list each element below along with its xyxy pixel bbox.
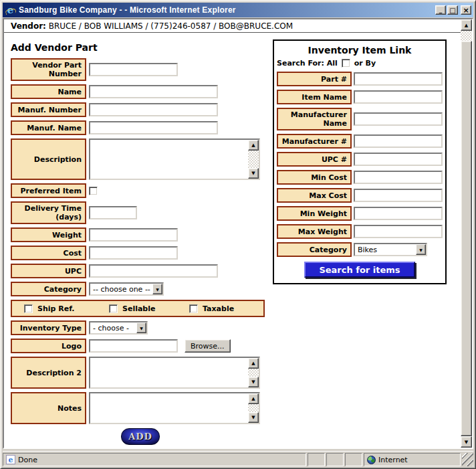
scroll-down-icon[interactable]: ▼ (248, 168, 259, 179)
search-all-checkbox[interactable] (342, 59, 350, 68)
maximize-icon: □ (449, 7, 455, 13)
form-row-manuf-name: Manuf. Name (11, 120, 273, 135)
scrollbar-thumb[interactable] (461, 41, 472, 436)
or-by-label: or By (354, 59, 376, 68)
form-row-max-weight: Max Weight (277, 224, 443, 239)
maximize-button[interactable]: □ (447, 5, 458, 15)
ie-logo-icon: e (5, 5, 16, 15)
vendor-header: Vendor: BRUCE / BOB WILLIAMS / (775)246-… (4, 19, 461, 33)
textarea-scrollbar[interactable]: ▲ ▼ (248, 393, 259, 423)
manuf-name-input[interactable] (89, 121, 218, 134)
window-title: Sandburg Bike Company - - Microsoft Inte… (19, 5, 435, 15)
form-row-part-number: Part # (277, 72, 443, 86)
search-category-select-value: Bikes (355, 244, 416, 255)
add-button[interactable]: ADD (121, 428, 160, 445)
inventory-type-label: Inventory Type (11, 320, 86, 335)
vendor-value: BRUCE / BOB WILLIAMS / (775)246-0587 / B… (49, 21, 293, 31)
form-row-description-2: Description 2 ▲ ▼ (11, 357, 273, 389)
minimize-icon: _ (439, 7, 443, 13)
chevron-down-icon[interactable]: ▼ (136, 322, 146, 333)
name-input[interactable] (89, 85, 218, 98)
scroll-up-icon[interactable]: ▲ (248, 358, 259, 369)
form-row-manufacturer-number: Manufacturer # (277, 134, 443, 149)
upc-input[interactable] (89, 264, 218, 278)
form-row-upc-number: UPC # (277, 152, 443, 167)
scroll-up-icon[interactable]: ▲ (248, 393, 259, 404)
min-weight-input[interactable] (354, 207, 443, 220)
inventory-type-select[interactable]: - choose - ▼ (89, 321, 148, 335)
inventory-item-link-panel: Inventory Item Link Search For: All or B… (273, 39, 447, 284)
chevron-down-icon[interactable]: ▼ (152, 284, 162, 294)
item-name-input[interactable] (354, 90, 443, 104)
notes-textarea[interactable]: ▲ ▼ (89, 392, 260, 424)
globe-icon (367, 456, 376, 464)
category-select[interactable]: -- choose one -- ▼ (89, 282, 164, 296)
form-row-min-weight: Min Weight (277, 206, 443, 221)
sellable-checkbox[interactable] (109, 304, 118, 313)
ship-ref-checkbox[interactable] (24, 304, 33, 313)
chevron-down-icon[interactable]: ▼ (416, 244, 426, 255)
upc-number-input[interactable] (354, 153, 443, 166)
part-number-input[interactable] (354, 72, 443, 86)
title-bar[interactable]: e Sandburg Bike Company - - Microsoft In… (3, 3, 473, 17)
name-label: Name (11, 84, 86, 99)
form-row-preferred-item: Preferred Item (11, 183, 273, 198)
vendor-part-number-label: Vendor Part Number (11, 58, 86, 81)
inventory-type-select-value: - choose - (90, 322, 136, 333)
taxable-checkbox[interactable] (189, 304, 198, 313)
max-cost-input[interactable] (354, 189, 443, 202)
manufacturer-number-input[interactable] (354, 134, 443, 148)
zone-text: Internet (378, 456, 408, 464)
textarea-scrollbar[interactable]: ▲ ▼ (248, 140, 259, 179)
browse-button[interactable]: Browse... (185, 339, 231, 353)
form-row-description: Description ▲ ▼ (11, 138, 273, 180)
form-row-search-category: Category Bikes ▼ (277, 242, 443, 257)
scroll-down-icon[interactable]: ▼ (248, 377, 259, 387)
form-row-manuf-number: Manuf. Number (11, 102, 273, 117)
form-row-weight: Weight (11, 227, 273, 242)
status-text: Done (18, 456, 37, 464)
vertical-scrollbar[interactable]: ▲ ▼ (461, 19, 472, 448)
upc-number-label: UPC # (277, 152, 352, 167)
resize-grip[interactable] (462, 453, 473, 466)
scroll-up-icon[interactable]: ▲ (248, 140, 259, 151)
preferred-item-checkbox[interactable] (89, 187, 98, 195)
form-row-delivery-time: Delivery Time (days) (11, 201, 273, 224)
manuf-number-input[interactable] (89, 103, 218, 116)
vendor-part-number-input[interactable] (89, 63, 178, 76)
taxable-label: Taxable (203, 304, 234, 313)
search-for-all-label: Search For: All (277, 59, 338, 68)
weight-input[interactable] (89, 228, 178, 242)
category-select-value: -- choose one -- (90, 284, 152, 294)
manufacturer-name-label: Manufacturer Name (277, 108, 352, 130)
page-content: Vendor: BRUCE / BOB WILLIAMS / (775)246-… (4, 19, 461, 448)
search-for-items-button[interactable]: Search for items (304, 262, 415, 278)
search-category-select[interactable]: Bikes ▼ (354, 243, 427, 256)
form-row-max-cost: Max Cost (277, 188, 443, 203)
form-row-manufacturer-name: Manufacturer Name (277, 108, 443, 130)
minimize-button[interactable]: _ (435, 5, 446, 15)
delivery-time-input[interactable] (89, 206, 137, 219)
min-cost-input[interactable] (354, 171, 443, 184)
form-row-upc: UPC (11, 264, 273, 278)
browser-viewport: Vendor: BRUCE / BOB WILLIAMS / (775)246-… (3, 18, 473, 449)
status-pane-main: e Done (3, 453, 306, 466)
max-cost-label: Max Cost (277, 188, 352, 203)
max-weight-input[interactable] (354, 225, 443, 238)
scroll-down-icon[interactable]: ▼ (248, 412, 259, 423)
logo-label: Logo (11, 339, 86, 353)
cost-input[interactable] (89, 246, 178, 260)
form-row-min-cost: Min Cost (277, 170, 443, 185)
logo-file-input[interactable] (89, 339, 178, 353)
scroll-up-icon[interactable]: ▲ (461, 19, 472, 31)
close-button[interactable]: × (461, 5, 471, 15)
scroll-down-icon[interactable]: ▼ (461, 436, 472, 448)
manuf-number-label: Manuf. Number (11, 102, 86, 117)
description-textarea[interactable]: ▲ ▼ (89, 138, 260, 180)
description-2-textarea[interactable]: ▲ ▼ (89, 357, 260, 389)
scrollbar-track[interactable] (461, 31, 472, 41)
textarea-scrollbar[interactable]: ▲ ▼ (248, 358, 259, 387)
manufacturer-name-input[interactable] (354, 112, 443, 126)
form-row-item-name: Item Name (277, 90, 443, 104)
form-row-inventory-type: Inventory Type - choose - ▼ (11, 320, 273, 335)
